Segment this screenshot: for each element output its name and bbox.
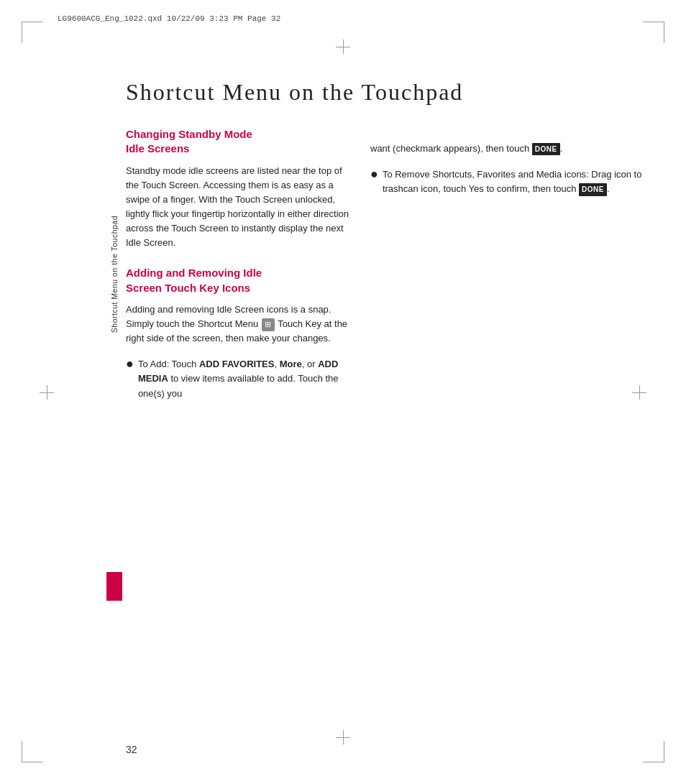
- columns-layout: Changing Standby ModeIdle Screens Standb…: [126, 127, 643, 410]
- section1-heading: Changing Standby ModeIdle Screens: [126, 127, 349, 157]
- center-cross-left: [40, 385, 54, 400]
- bullet-item-remove: ● To Remove Shortcuts, Favorites and Med…: [370, 167, 643, 196]
- center-cross-top: [336, 40, 350, 54]
- header-bar: LG9600ACG_Eng_1022.qxd 10/22/09 3:23 PM …: [58, 14, 628, 23]
- done-badge-2: DONE: [579, 183, 607, 196]
- page-number: 32: [126, 744, 137, 755]
- col-right-intro: want (checkmark appears), then touch DON…: [370, 142, 643, 156]
- section1: Changing Standby ModeIdle Screens Standb…: [126, 127, 349, 250]
- shortcut-menu-icon: [262, 318, 275, 331]
- section1-body: Standby mode idle screens are listed nea…: [126, 164, 349, 251]
- corner-mark-bl: [22, 741, 43, 762]
- bullet-text-add: To Add: Touch ADD FAVORITES, More, or AD…: [138, 357, 349, 400]
- corner-mark-tr: [643, 22, 664, 43]
- header-text: LG9600ACG_Eng_1022.qxd 10/22/09 3:23 PM …: [58, 14, 280, 23]
- done-badge-1: DONE: [532, 143, 560, 156]
- page-title: Shortcut Menu on the Touchpad: [126, 79, 643, 106]
- bullet-item-add: ● To Add: Touch ADD FAVORITES, More, or …: [126, 357, 349, 400]
- corner-mark-br: [643, 741, 664, 762]
- bullet-text-remove: To Remove Shortcuts, Favorites and Media…: [383, 167, 643, 196]
- bullet-dot-remove: ●: [370, 166, 378, 196]
- section2: Adding and Removing IdleScreen Touch Key…: [126, 266, 349, 400]
- center-cross-bottom: [336, 730, 350, 744]
- sidebar-text: Shortcut Menu on the Touchpad: [110, 216, 119, 333]
- main-content: Shortcut Menu on the Touchpad Changing S…: [126, 79, 643, 727]
- col-left: Changing Standby ModeIdle Screens Standb…: [126, 127, 349, 410]
- bullet-dot-add: ●: [126, 356, 134, 400]
- sidebar-bar: [106, 572, 122, 601]
- corner-mark-tl: [22, 22, 43, 43]
- page-container: LG9600ACG_Eng_1022.qxd 10/22/09 3:23 PM …: [0, 0, 686, 784]
- section2-heading: Adding and Removing IdleScreen Touch Key…: [126, 266, 349, 295]
- col-right: want (checkmark appears), then touch DON…: [370, 127, 643, 410]
- section2-body: Adding and removing Idle Screen icons is…: [126, 303, 349, 346]
